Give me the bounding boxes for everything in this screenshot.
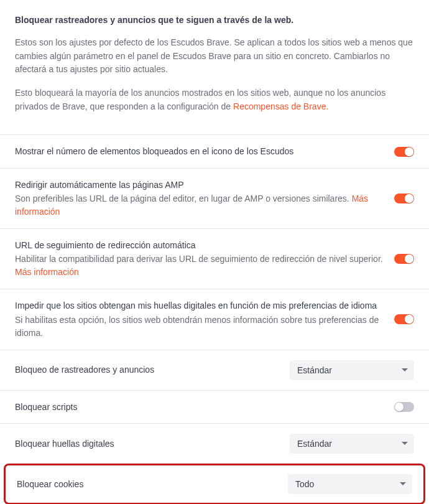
show-blocked-count-toggle[interactable] — [394, 147, 414, 157]
row-amp-redirect: Redirigir automáticamente las páginas AM… — [0, 168, 429, 228]
caret-down-icon — [400, 482, 406, 485]
block-cookies-value: Todo — [295, 479, 314, 489]
show-blocked-count-label: Mostrar el número de elementos bloqueado… — [15, 145, 384, 157]
row-block-cookies: Bloquear cookies Todo — [6, 465, 423, 503]
amp-redirect-label: Redirigir automáticamente las páginas AM… — [15, 179, 384, 191]
block-scripts-toggle[interactable] — [394, 402, 414, 412]
amp-desc-text: Son preferibles las URL de la página del… — [15, 194, 352, 203]
row-block-fingerprints: Bloquear huellas digitales Estándar — [0, 423, 429, 464]
highlight-block-cookies: Bloquear cookies Todo — [4, 464, 425, 504]
block-fingerprints-select[interactable]: Estándar — [290, 434, 414, 454]
block-cookies-label: Bloquear cookies — [17, 478, 278, 490]
intro-p2-text: Esto bloqueará la mayoría de los anuncio… — [15, 88, 385, 111]
trackers-ads-label: Bloqueo de rastreadores y anuncios — [15, 363, 280, 376]
redirect-tracking-desc: Habilitar la compatibilidad para derivar… — [15, 253, 384, 279]
row-show-blocked-count: Mostrar el número de elementos bloqueado… — [0, 134, 429, 167]
intro-paragraph-2: Esto bloqueará la mayoría de los anuncio… — [15, 86, 414, 113]
brave-rewards-link[interactable]: Recompensas de Brave. — [233, 101, 328, 111]
intro-section: Bloquear rastreadores y anuncios que te … — [0, 0, 429, 134]
intro-paragraph-1: Estos son los ajustes por defecto de los… — [15, 36, 414, 77]
block-fingerprints-value: Estándar — [297, 439, 332, 449]
block-cookies-select[interactable]: Todo — [288, 474, 412, 494]
trackers-ads-select[interactable]: Estándar — [290, 360, 414, 380]
fingerprint-language-desc: Si habilitas esta opción, los sitios web… — [15, 314, 384, 340]
amp-redirect-desc: Son preferibles las URL de la página del… — [15, 192, 384, 218]
row-block-scripts: Bloquear scripts — [0, 390, 429, 423]
row-redirect-tracking: URL de seguimiento de redirección automá… — [0, 228, 429, 289]
redirect-learn-more-link[interactable]: Más información — [15, 267, 79, 277]
trackers-ads-value: Estándar — [297, 365, 332, 375]
block-scripts-label: Bloquear scripts — [15, 401, 384, 413]
shields-settings-panel: Bloquear rastreadores y anuncios que te … — [0, 0, 429, 504]
intro-title: Bloquear rastreadores y anuncios que te … — [15, 15, 414, 25]
amp-redirect-toggle[interactable] — [394, 194, 414, 203]
fingerprint-language-label: Impedir que los sitios obtengan mis huel… — [15, 299, 384, 312]
fingerprint-language-toggle[interactable] — [394, 314, 414, 324]
redirect-desc-text: Habilitar la compatibilidad para derivar… — [15, 254, 383, 264]
caret-down-icon — [402, 368, 408, 371]
redirect-tracking-label: URL de seguimiento de redirección automá… — [15, 239, 384, 251]
row-trackers-ads: Bloqueo de rastreadores y anuncios Están… — [0, 350, 429, 390]
row-fingerprint-language: Impedir que los sitios obtengan mis huel… — [0, 289, 429, 349]
block-fingerprints-label: Bloquear huellas digitales — [15, 437, 280, 450]
redirect-tracking-toggle[interactable] — [394, 254, 414, 264]
caret-down-icon — [402, 442, 408, 445]
